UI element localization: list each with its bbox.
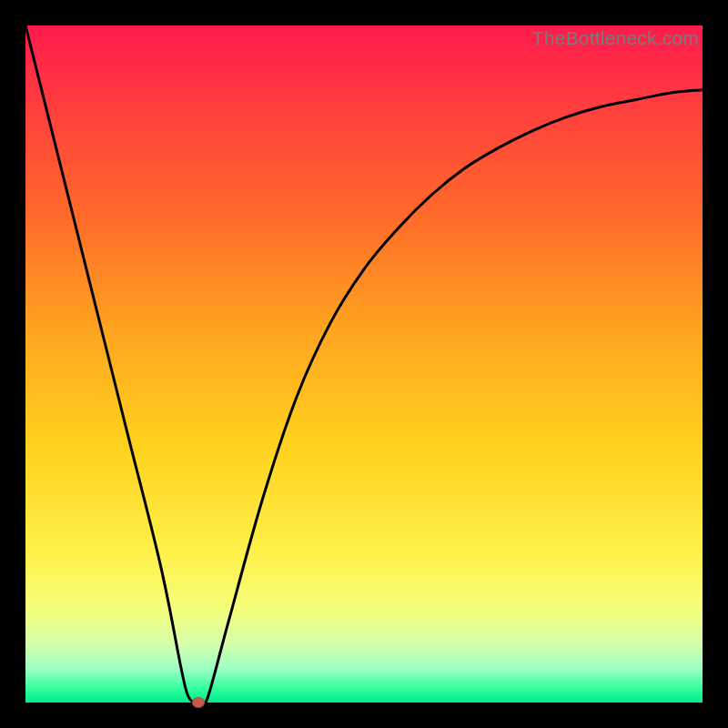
chart-frame: TheBottleneck.com [0,0,728,728]
plot-area: TheBottleneck.com [25,25,703,703]
optimal-point-marker [192,697,205,708]
bottleneck-curve [25,25,703,703]
curve-svg [25,25,703,703]
